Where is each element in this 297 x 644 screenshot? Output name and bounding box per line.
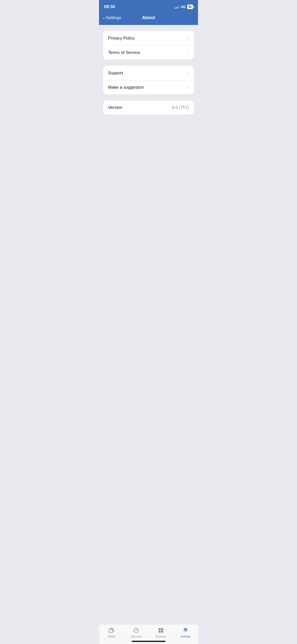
version-item: Version 8.6 (757) (103, 101, 194, 115)
make-suggestion-label: Make a suggestion (108, 85, 144, 90)
version-group: Version 8.6 (757) (103, 101, 194, 115)
privacy-policy-chevron-icon: › (187, 36, 189, 41)
page-title: About (142, 15, 155, 20)
make-suggestion-right: › (187, 85, 189, 90)
nav-header: ‹ Settings About (99, 13, 198, 25)
status-time: 08:36 (104, 4, 115, 9)
signal-icon (175, 5, 179, 9)
terms-of-service-label: Terms of Service (108, 50, 140, 55)
privacy-policy-right: › (187, 36, 189, 41)
terms-of-service-right: › (187, 50, 189, 55)
support-label: Support (108, 71, 123, 76)
battery-icon: 91 (187, 5, 193, 9)
make-suggestion-chevron-icon: › (187, 85, 189, 90)
support-group: Support › Make a suggestion › (103, 66, 194, 94)
legal-group: Privacy Policy › Terms of Service › (103, 31, 194, 60)
status-bar: 08:36 4G 91 (99, 0, 198, 13)
support-chevron-icon: › (187, 70, 189, 76)
privacy-policy-item[interactable]: Privacy Policy › (103, 31, 194, 45)
terms-of-service-item[interactable]: Terms of Service › (103, 45, 194, 60)
version-right: 8.6 (757) (172, 105, 189, 110)
network-type: 4G (181, 5, 186, 9)
back-chevron-icon: ‹ (103, 15, 105, 20)
support-right: › (187, 70, 189, 76)
terms-of-service-chevron-icon: › (187, 50, 189, 55)
main-content: Privacy Policy › Terms of Service › Supp… (99, 25, 198, 152)
status-icons: 4G 91 (175, 5, 193, 9)
back-label: Settings (106, 15, 121, 20)
privacy-policy-label: Privacy Policy (108, 36, 135, 41)
back-button[interactable]: ‹ Settings (103, 15, 121, 20)
support-item[interactable]: Support › (103, 66, 194, 80)
make-suggestion-item[interactable]: Make a suggestion › (103, 80, 194, 94)
version-value: 8.6 (757) (172, 105, 189, 110)
version-label: Version (108, 105, 122, 110)
